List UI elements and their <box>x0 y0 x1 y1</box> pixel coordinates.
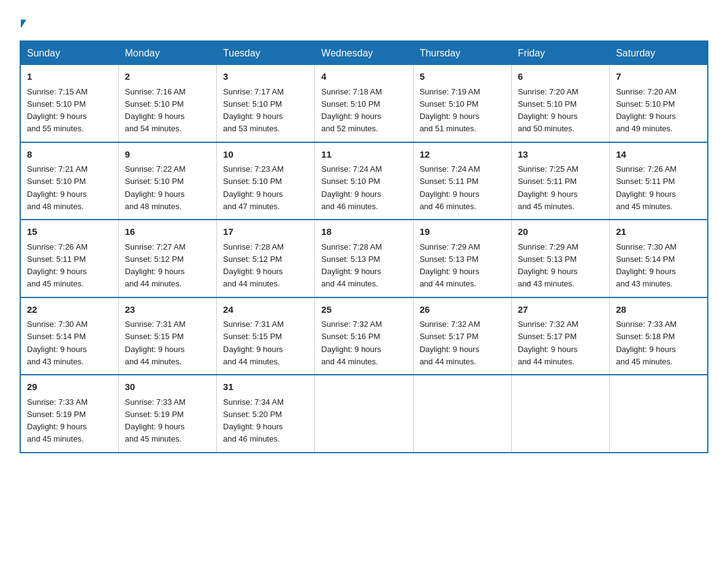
day-info: Sunrise: 7:33 AMSunset: 5:18 PMDaylight:… <box>616 320 677 366</box>
calendar-day-cell: 14 Sunrise: 7:26 AMSunset: 5:11 PMDaylig… <box>610 142 708 220</box>
day-info: Sunrise: 7:23 AMSunset: 5:10 PMDaylight:… <box>223 164 284 211</box>
calendar-table: SundayMondayTuesdayWednesdayThursdayFrid… <box>20 40 708 453</box>
day-info: Sunrise: 7:29 AMSunset: 5:13 PMDaylight:… <box>420 242 480 289</box>
calendar-day-cell: 24 Sunrise: 7:31 AMSunset: 5:15 PMDaylig… <box>217 297 315 375</box>
day-number: 8 <box>27 148 112 162</box>
day-info: Sunrise: 7:22 AMSunset: 5:10 PMDaylight:… <box>125 164 186 211</box>
calendar-day-cell: 12 Sunrise: 7:24 AMSunset: 5:11 PMDaylig… <box>413 142 511 220</box>
calendar-day-cell: 30 Sunrise: 7:33 AMSunset: 5:19 PMDaylig… <box>118 375 216 453</box>
day-number: 25 <box>321 303 406 317</box>
day-info: Sunrise: 7:32 AMSunset: 5:16 PMDaylight:… <box>321 320 382 366</box>
day-number: 11 <box>321 148 406 162</box>
day-number: 7 <box>616 70 701 84</box>
day-number: 4 <box>321 70 406 84</box>
day-number: 13 <box>518 148 603 162</box>
day-number: 2 <box>125 70 210 84</box>
weekday-header: Friday <box>511 41 609 65</box>
weekday-header: Wednesday <box>315 41 413 65</box>
calendar-day-cell: 29 Sunrise: 7:33 AMSunset: 5:19 PMDaylig… <box>20 375 118 453</box>
day-number: 27 <box>518 303 603 317</box>
day-info: Sunrise: 7:16 AMSunset: 5:10 PMDaylight:… <box>125 87 186 134</box>
calendar-day-cell: 15 Sunrise: 7:26 AMSunset: 5:11 PMDaylig… <box>20 220 118 297</box>
day-number: 21 <box>616 225 701 239</box>
day-number: 18 <box>321 225 406 239</box>
calendar-day-cell: 9 Sunrise: 7:22 AMSunset: 5:10 PMDayligh… <box>118 142 216 220</box>
day-info: Sunrise: 7:28 AMSunset: 5:13 PMDaylight:… <box>321 242 382 289</box>
calendar-day-cell: 27 Sunrise: 7:32 AMSunset: 5:17 PMDaylig… <box>511 297 609 375</box>
calendar-day-cell <box>511 375 609 453</box>
calendar-day-cell: 4 Sunrise: 7:18 AMSunset: 5:10 PMDayligh… <box>315 65 413 142</box>
calendar-week-row: 22 Sunrise: 7:30 AMSunset: 5:14 PMDaylig… <box>20 297 708 375</box>
calendar-day-cell: 3 Sunrise: 7:17 AMSunset: 5:10 PMDayligh… <box>217 65 315 142</box>
day-info: Sunrise: 7:33 AMSunset: 5:19 PMDaylight:… <box>27 397 88 444</box>
day-info: Sunrise: 7:29 AMSunset: 5:13 PMDaylight:… <box>518 242 578 289</box>
day-info: Sunrise: 7:30 AMSunset: 5:14 PMDaylight:… <box>616 242 677 289</box>
calendar-week-row: 29 Sunrise: 7:33 AMSunset: 5:19 PMDaylig… <box>20 375 708 453</box>
day-info: Sunrise: 7:34 AMSunset: 5:20 PMDaylight:… <box>223 397 284 444</box>
calendar-day-cell: 20 Sunrise: 7:29 AMSunset: 5:13 PMDaylig… <box>511 220 609 297</box>
day-number: 16 <box>125 225 210 239</box>
day-info: Sunrise: 7:30 AMSunset: 5:14 PMDaylight:… <box>27 320 88 366</box>
day-number: 23 <box>125 303 210 317</box>
calendar-day-cell: 13 Sunrise: 7:25 AMSunset: 5:11 PMDaylig… <box>511 142 609 220</box>
calendar-day-cell: 22 Sunrise: 7:30 AMSunset: 5:14 PMDaylig… <box>20 297 118 375</box>
weekday-header: Tuesday <box>217 41 315 65</box>
day-info: Sunrise: 7:18 AMSunset: 5:10 PMDaylight:… <box>321 87 382 134</box>
day-info: Sunrise: 7:32 AMSunset: 5:17 PMDaylight:… <box>518 320 578 366</box>
day-info: Sunrise: 7:26 AMSunset: 5:11 PMDaylight:… <box>616 164 677 211</box>
day-number: 30 <box>125 380 210 394</box>
calendar-day-cell: 25 Sunrise: 7:32 AMSunset: 5:16 PMDaylig… <box>315 297 413 375</box>
day-number: 14 <box>616 148 701 162</box>
calendar-week-row: 1 Sunrise: 7:15 AMSunset: 5:10 PMDayligh… <box>20 65 708 142</box>
logo-triangle-icon <box>21 20 26 28</box>
day-info: Sunrise: 7:15 AMSunset: 5:10 PMDaylight:… <box>27 87 88 134</box>
day-number: 31 <box>223 380 308 394</box>
day-number: 1 <box>27 70 112 84</box>
day-info: Sunrise: 7:21 AMSunset: 5:10 PMDaylight:… <box>27 164 88 211</box>
calendar-day-cell: 10 Sunrise: 7:23 AMSunset: 5:10 PMDaylig… <box>217 142 315 220</box>
day-info: Sunrise: 7:31 AMSunset: 5:15 PMDaylight:… <box>125 320 186 366</box>
calendar-day-cell: 5 Sunrise: 7:19 AMSunset: 5:10 PMDayligh… <box>413 65 511 142</box>
calendar-day-cell: 1 Sunrise: 7:15 AMSunset: 5:10 PMDayligh… <box>20 65 118 142</box>
logo <box>20 20 26 28</box>
calendar-day-cell: 18 Sunrise: 7:28 AMSunset: 5:13 PMDaylig… <box>315 220 413 297</box>
day-info: Sunrise: 7:19 AMSunset: 5:10 PMDaylight:… <box>420 87 480 134</box>
day-info: Sunrise: 7:32 AMSunset: 5:17 PMDaylight:… <box>420 320 480 366</box>
day-info: Sunrise: 7:33 AMSunset: 5:19 PMDaylight:… <box>125 397 186 444</box>
day-info: Sunrise: 7:28 AMSunset: 5:12 PMDaylight:… <box>223 242 284 289</box>
calendar-day-cell: 7 Sunrise: 7:20 AMSunset: 5:10 PMDayligh… <box>610 65 708 142</box>
calendar-day-cell: 2 Sunrise: 7:16 AMSunset: 5:10 PMDayligh… <box>118 65 216 142</box>
day-number: 3 <box>223 70 308 84</box>
day-number: 19 <box>420 225 505 239</box>
calendar-day-cell: 23 Sunrise: 7:31 AMSunset: 5:15 PMDaylig… <box>118 297 216 375</box>
day-number: 5 <box>420 70 505 84</box>
day-info: Sunrise: 7:20 AMSunset: 5:10 PMDaylight:… <box>616 87 677 134</box>
day-number: 26 <box>420 303 505 317</box>
day-number: 6 <box>518 70 603 84</box>
weekday-header: Sunday <box>20 41 118 65</box>
day-number: 12 <box>420 148 505 162</box>
weekday-header: Monday <box>118 41 216 65</box>
calendar-week-row: 8 Sunrise: 7:21 AMSunset: 5:10 PMDayligh… <box>20 142 708 220</box>
day-info: Sunrise: 7:24 AMSunset: 5:11 PMDaylight:… <box>420 164 480 211</box>
calendar-header-row: SundayMondayTuesdayWednesdayThursdayFrid… <box>20 41 708 65</box>
day-number: 28 <box>616 303 701 317</box>
calendar-day-cell <box>610 375 708 453</box>
day-number: 29 <box>27 380 112 394</box>
day-number: 15 <box>27 225 112 239</box>
calendar-week-row: 15 Sunrise: 7:26 AMSunset: 5:11 PMDaylig… <box>20 220 708 297</box>
weekday-header: Thursday <box>413 41 511 65</box>
day-info: Sunrise: 7:25 AMSunset: 5:11 PMDaylight:… <box>518 164 578 211</box>
day-number: 20 <box>518 225 603 239</box>
calendar-day-cell: 19 Sunrise: 7:29 AMSunset: 5:13 PMDaylig… <box>413 220 511 297</box>
calendar-day-cell: 16 Sunrise: 7:27 AMSunset: 5:12 PMDaylig… <box>118 220 216 297</box>
day-info: Sunrise: 7:26 AMSunset: 5:11 PMDaylight:… <box>27 242 88 289</box>
day-info: Sunrise: 7:17 AMSunset: 5:10 PMDaylight:… <box>223 87 284 134</box>
day-number: 17 <box>223 225 308 239</box>
calendar-day-cell <box>413 375 511 453</box>
day-number: 24 <box>223 303 308 317</box>
page-header <box>20 15 708 28</box>
day-info: Sunrise: 7:31 AMSunset: 5:15 PMDaylight:… <box>223 320 284 366</box>
day-number: 9 <box>125 148 210 162</box>
day-info: Sunrise: 7:24 AMSunset: 5:10 PMDaylight:… <box>321 164 382 211</box>
